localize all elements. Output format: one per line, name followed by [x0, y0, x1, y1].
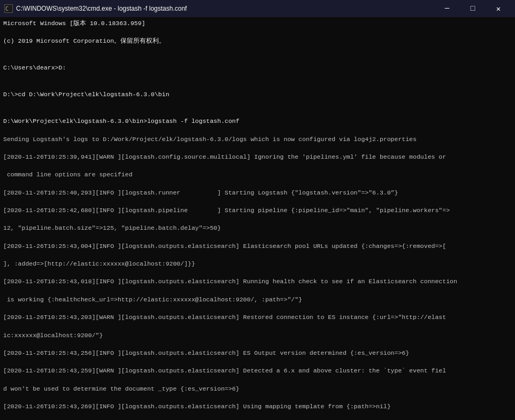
terminal-line: D:\Work\Project\elk\logstash-6.3.0\bin>l… — [3, 117, 512, 126]
terminal-line: [2020-11-26T10:25:39,941][WARN ][logstas… — [3, 153, 512, 162]
terminal-output[interactable]: Microsoft Windows [版本 10.0.18363.959] (c… — [0, 17, 515, 420]
terminal-line: [2020-11-26T10:25:42,680][INFO ][logstas… — [3, 206, 512, 215]
terminal-line: [2020-11-26T10:25:43,004][INFO ][logstas… — [3, 242, 512, 251]
terminal-line: [2020-11-26T10:25:40,293][INFO ][logstas… — [3, 189, 512, 198]
terminal-line: d won't be used to determine the documen… — [3, 385, 512, 394]
terminal-line: (c) 2019 Microsoft Corporation。保留所有权利。 — [3, 37, 512, 46]
terminal-line: is working {:healthcheck_url=>http://ela… — [3, 295, 512, 305]
terminal-line: ], :added=>[http://elastic:xxxxxx@localh… — [3, 260, 512, 269]
title-bar-left: C C:\WINDOWS\system32\cmd.exe - logstash… — [4, 4, 187, 13]
minimize-button[interactable]: ─ — [435, 0, 459, 17]
terminal-line: 12, "pipeline.batch.size"=>125, "pipelin… — [3, 224, 512, 233]
terminal-line: C:\Users\dearx>D: — [3, 64, 512, 73]
window: C C:\WINDOWS\system32\cmd.exe - logstash… — [0, 0, 515, 420]
terminal-line: [2020-11-26T10:25:43,269][INFO ][logstas… — [3, 402, 512, 411]
cmd-icon: C — [4, 4, 13, 13]
terminal-line: Microsoft Windows [版本 10.0.18363.959] — [3, 19, 512, 28]
terminal-line: [2020-11-26T10:25:43,203][WARN ][logstas… — [3, 313, 512, 322]
terminal-line: [2020-11-26T10:25:43,259][WARN ][logstas… — [3, 367, 512, 376]
svg-text:C: C — [5, 6, 9, 12]
terminal-line: ic:xxxxxx@localhost:9200/"} — [3, 331, 512, 340]
terminal-line: D:\>cd D:\Work\Project\elk\logstash-6.3.… — [3, 90, 512, 99]
maximize-button[interactable]: □ — [460, 0, 485, 17]
terminal-line: [2020-11-26T10:25:43,256][INFO ][logstas… — [3, 349, 512, 358]
terminal-line: [2020-11-26T10:25:43,018][INFO ][logstas… — [3, 277, 512, 286]
window-controls: ─ □ ✕ — [435, 0, 511, 17]
terminal-line: command line options are specified — [3, 170, 512, 180]
title-bar: C C:\WINDOWS\system32\cmd.exe - logstash… — [0, 0, 515, 17]
terminal-line: Sending Logstash's logs to D:/Work/Proje… — [3, 135, 512, 144]
close-button[interactable]: ✕ — [486, 0, 511, 17]
window-title: C:\WINDOWS\system32\cmd.exe - logstash -… — [16, 5, 187, 12]
